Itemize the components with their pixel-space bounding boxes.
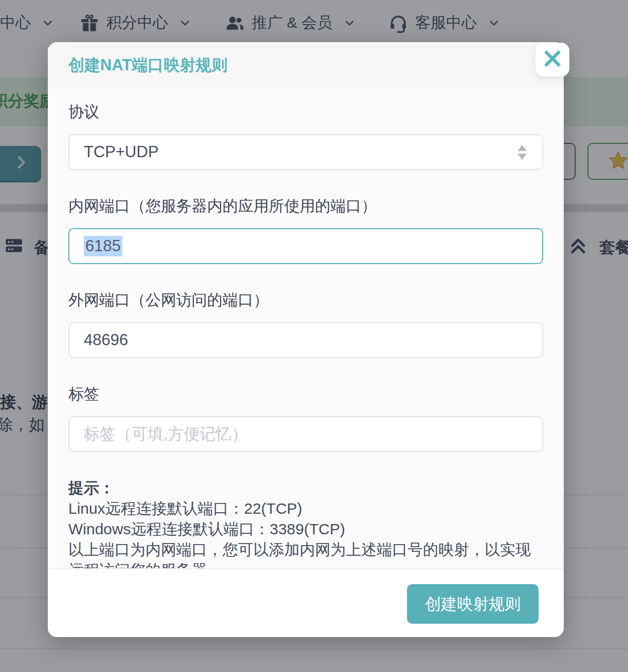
protocol-value: TCP+UDP bbox=[84, 143, 159, 161]
dialog-header: 创建NAT端口映射规则 bbox=[48, 42, 564, 88]
external-port-input[interactable] bbox=[68, 322, 543, 358]
internal-port-input[interactable]: 6185 bbox=[68, 228, 543, 264]
dialog-title: 创建NAT端口映射规则 bbox=[68, 54, 227, 76]
close-icon bbox=[542, 48, 563, 71]
internal-port-label: 内网端口（您服务器内的应用所使用的端口） bbox=[68, 196, 543, 217]
hint-line-windows: Windows远程连接默认端口：3389(TCP) bbox=[68, 519, 543, 539]
hint-block: 提示： Linux远程连接默认端口：22(TCP) Windows远程连接默认端… bbox=[68, 478, 543, 581]
internal-port-value: 6185 bbox=[84, 236, 122, 256]
protocol-select[interactable]: TCP+UDP bbox=[68, 134, 543, 170]
tag-input[interactable] bbox=[68, 416, 543, 452]
create-mapping-rule-button[interactable]: 创建映射规则 bbox=[407, 584, 539, 624]
create-nat-rule-dialog: 创建NAT端口映射规则 协议 TCP+UDP 内网端口（您服务器内的应用所使用的… bbox=[48, 42, 564, 637]
hint-line-linux: Linux远程连接默认端口：22(TCP) bbox=[68, 498, 543, 519]
tag-label: 标签 bbox=[68, 384, 543, 405]
external-port-label: 外网端口（公网访问的端口） bbox=[68, 290, 543, 311]
screen: 中心 积分中心 推广 & 会员 bbox=[0, 0, 628, 672]
close-button[interactable] bbox=[535, 43, 569, 77]
dialog-body: 协议 TCP+UDP 内网端口（您服务器内的应用所使用的端口） 6185 外网端… bbox=[48, 88, 564, 581]
protocol-label: 协议 bbox=[68, 102, 543, 123]
hint-title: 提示： bbox=[68, 478, 543, 498]
caret-sort-icon bbox=[516, 145, 528, 160]
dialog-footer: 创建映射规则 bbox=[48, 568, 564, 637]
